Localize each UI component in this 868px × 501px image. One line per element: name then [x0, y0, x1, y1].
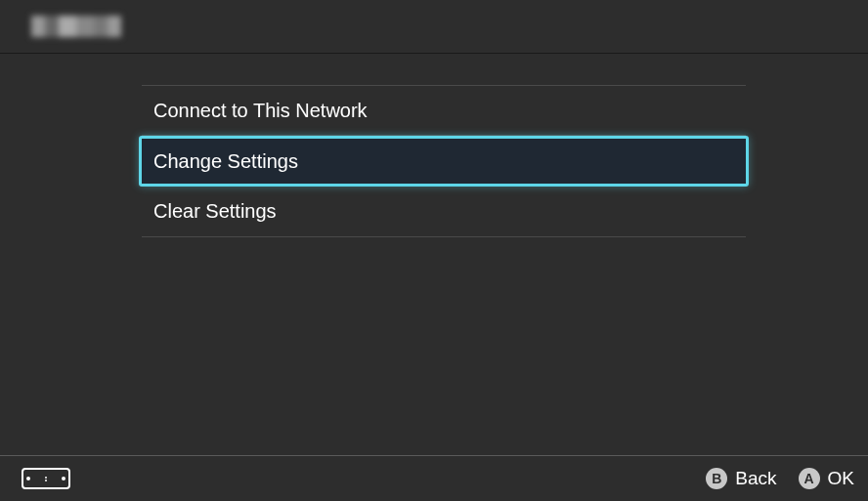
footer-bar: B Back A OK [0, 455, 868, 501]
header-bar [0, 0, 868, 54]
ok-action[interactable]: A OK [799, 468, 854, 489]
menu-item-label: Change Settings [153, 150, 298, 173]
main-content: Connect to This Network Change Settings … [0, 54, 868, 237]
settings-menu-list: Connect to This Network Change Settings … [142, 85, 746, 237]
footer-actions: B Back A OK [706, 468, 854, 489]
back-action[interactable]: B Back [706, 468, 776, 489]
menu-item-clear-settings[interactable]: Clear Settings [142, 187, 746, 237]
controller-stick-icon [62, 477, 65, 480]
action-label: Back [735, 468, 776, 489]
a-button-icon: A [799, 468, 820, 489]
b-button-icon: B [706, 468, 727, 489]
menu-item-label: Connect to This Network [153, 100, 368, 122]
network-name-obscured [31, 16, 121, 37]
menu-item-label: Clear Settings [153, 200, 277, 223]
controller-stick-icon [26, 477, 30, 480]
controller-dpad-icon [45, 477, 47, 481]
menu-item-change-settings[interactable]: Change Settings [139, 136, 749, 187]
action-label: OK [828, 468, 854, 489]
menu-item-connect[interactable]: Connect to This Network [142, 85, 746, 136]
controller-icon [22, 468, 70, 489]
